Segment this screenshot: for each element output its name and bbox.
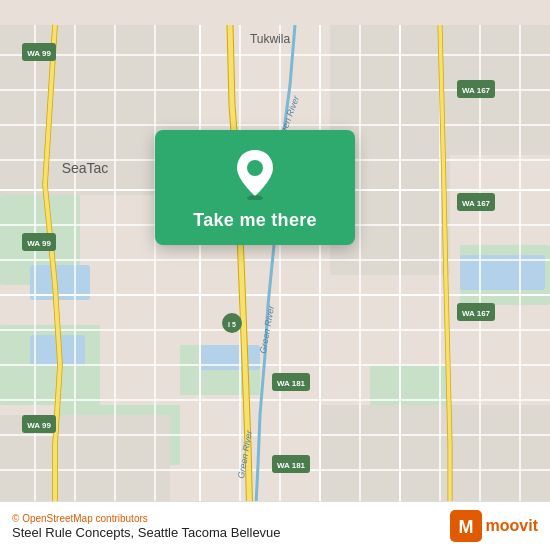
moovit-brand-text: moovit <box>486 517 538 535</box>
location-text: Steel Rule Concepts, Seattle Tacoma Bell… <box>12 525 281 540</box>
svg-text:I 5: I 5 <box>228 321 236 328</box>
copyright-text: © OpenStreetMap contributors <box>12 513 281 524</box>
svg-text:WA 181: WA 181 <box>277 461 306 470</box>
svg-text:SeaTac: SeaTac <box>62 160 109 176</box>
moovit-icon: M <box>450 510 482 542</box>
svg-text:WA 167: WA 167 <box>462 309 491 318</box>
bottom-info: © OpenStreetMap contributors Steel Rule … <box>12 513 281 540</box>
svg-text:WA 167: WA 167 <box>462 199 491 208</box>
take-me-there-button-label: Take me there <box>193 210 317 231</box>
svg-text:WA 99: WA 99 <box>27 239 51 248</box>
svg-rect-13 <box>200 345 260 370</box>
map-background: WA 99 WA 99 WA 99 I 5 WA 167 WA 167 WA 1… <box>0 0 550 550</box>
svg-text:M: M <box>458 517 473 537</box>
svg-text:WA 181: WA 181 <box>277 379 306 388</box>
svg-text:WA 99: WA 99 <box>27 421 51 430</box>
svg-text:WA 167: WA 167 <box>462 86 491 95</box>
take-me-there-card[interactable]: Take me there <box>155 130 355 245</box>
moovit-logo: M moovit <box>450 510 538 542</box>
bottom-bar: © OpenStreetMap contributors Steel Rule … <box>0 501 550 550</box>
map-container: WA 99 WA 99 WA 99 I 5 WA 167 WA 167 WA 1… <box>0 0 550 550</box>
location-pin-icon <box>233 148 277 200</box>
svg-text:Tukwila: Tukwila <box>250 32 291 46</box>
svg-point-70 <box>247 160 263 176</box>
svg-text:WA 99: WA 99 <box>27 49 51 58</box>
